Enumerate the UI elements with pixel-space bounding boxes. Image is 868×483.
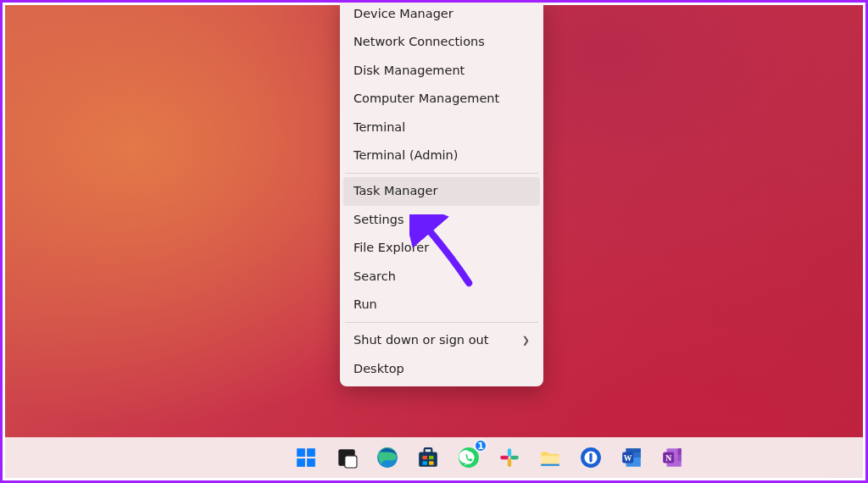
- svg-rect-2: [297, 458, 305, 467]
- slack-button[interactable]: [492, 441, 526, 475]
- whatsapp-button[interactable]: 1: [452, 441, 486, 475]
- svg-rect-7: [419, 452, 437, 467]
- menu-item-terminal-admin[interactable]: Terminal (Admin): [343, 142, 540, 169]
- menu-separator: [345, 173, 538, 174]
- taskbar: 1 W N: [5, 437, 863, 478]
- task-view-icon: [336, 447, 358, 469]
- onenote-icon: N: [661, 447, 683, 469]
- onepassword-icon: [580, 447, 602, 469]
- task-view-button[interactable]: [330, 441, 364, 475]
- svg-rect-16: [508, 458, 511, 467]
- svg-rect-10: [429, 456, 433, 459]
- menu-item-terminal[interactable]: Terminal: [343, 114, 540, 142]
- svg-rect-9: [423, 456, 427, 459]
- menu-item-settings[interactable]: Settings: [343, 206, 540, 234]
- microsoft-store-button[interactable]: [411, 441, 445, 475]
- whatsapp-badge: 1: [474, 439, 487, 452]
- menu-item-disk-management[interactable]: Disk Management: [343, 57, 540, 85]
- svg-rect-30: [678, 455, 682, 462]
- menu-item-shut-down-or-sign-out[interactable]: Shut down or sign out ❯: [343, 326, 540, 354]
- edge-icon: [376, 447, 398, 469]
- svg-text:N: N: [665, 453, 671, 463]
- svg-rect-22: [589, 453, 592, 463]
- folder-icon: [539, 447, 561, 469]
- edge-button[interactable]: [370, 441, 404, 475]
- svg-rect-8: [425, 448, 432, 452]
- power-user-menu: Device Manager Network Connections Disk …: [340, 0, 543, 386]
- onenote-button[interactable]: N: [655, 441, 689, 475]
- svg-rect-29: [678, 448, 682, 455]
- menu-separator: [345, 322, 538, 323]
- svg-rect-17: [500, 456, 509, 459]
- menu-item-desktop[interactable]: Desktop: [343, 355, 540, 383]
- word-button[interactable]: W: [615, 441, 648, 475]
- menu-item-file-explorer[interactable]: File Explorer: [343, 234, 540, 262]
- taskbar-icons: 1 W N: [179, 441, 689, 475]
- 1password-button[interactable]: [574, 441, 608, 475]
- svg-rect-1: [307, 448, 315, 457]
- svg-rect-3: [307, 458, 315, 467]
- svg-rect-15: [510, 456, 519, 459]
- chevron-right-icon: ❯: [522, 335, 530, 346]
- svg-rect-5: [345, 456, 357, 468]
- menu-item-computer-management[interactable]: Computer Management: [343, 85, 540, 113]
- windows-icon: [295, 447, 317, 469]
- svg-rect-12: [429, 461, 433, 464]
- store-icon: [417, 447, 439, 469]
- menu-item-task-manager[interactable]: Task Manager: [343, 177, 540, 205]
- word-icon: W: [620, 447, 643, 469]
- menu-item-device-manager[interactable]: Device Manager: [343, 0, 540, 28]
- start-button[interactable]: [289, 441, 323, 475]
- menu-item-search[interactable]: Search: [343, 263, 540, 291]
- svg-text:W: W: [624, 453, 632, 463]
- file-explorer-button[interactable]: [533, 441, 567, 475]
- svg-rect-14: [508, 448, 511, 457]
- svg-rect-0: [297, 448, 305, 457]
- menu-item-network-connections[interactable]: Network Connections: [343, 28, 540, 56]
- slack-icon: [498, 447, 520, 469]
- menu-item-run[interactable]: Run: [343, 291, 540, 319]
- svg-rect-19: [541, 464, 559, 466]
- svg-rect-11: [423, 461, 427, 464]
